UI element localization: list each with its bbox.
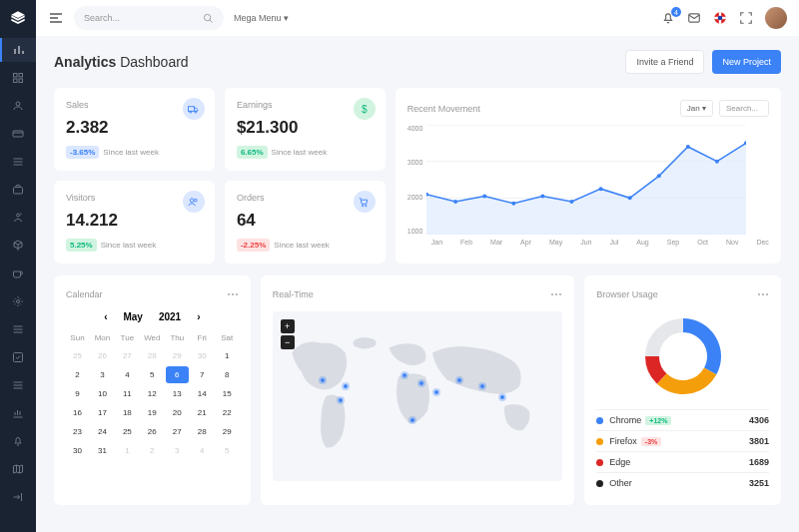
content: Analytics Dashboard Invite a Friend New … [36, 36, 799, 532]
svg-point-28 [453, 200, 457, 204]
sidebar-item-arrow[interactable] [0, 485, 36, 509]
cal-day[interactable]: 5 [141, 366, 164, 383]
cal-day[interactable]: 9 [66, 385, 89, 402]
cal-day-prev[interactable]: 30 [191, 347, 214, 364]
cal-day[interactable]: 31 [91, 442, 114, 459]
search-input[interactable]: Search... [74, 6, 224, 30]
stat-value: 14.212 [66, 211, 203, 231]
sidebar-item-analytics[interactable] [0, 38, 36, 62]
cal-day[interactable]: 22 [216, 404, 239, 421]
cal-day[interactable]: 24 [91, 423, 114, 440]
browser-row: Chrome+12%4306 [596, 409, 769, 430]
calendar-card: Calendar ⋯ ‹ May 2021 › SunMonTueWedThuF… [54, 275, 251, 505]
svg-rect-0 [14, 74, 18, 78]
cal-day[interactable]: 2 [66, 366, 89, 383]
cal-day[interactable]: 14 [191, 385, 214, 402]
invite-friend-button[interactable]: Invite a Friend [625, 50, 704, 74]
cal-day-next[interactable]: 1 [116, 442, 139, 459]
cal-day[interactable]: 25 [116, 423, 139, 440]
sidebar-item-list2[interactable] [0, 317, 36, 341]
cal-day[interactable]: 13 [166, 385, 189, 402]
cal-next-button[interactable]: › [197, 311, 200, 322]
cal-day[interactable]: 18 [116, 404, 139, 421]
cal-day-prev[interactable]: 26 [91, 347, 114, 364]
cal-day[interactable]: 12 [141, 385, 164, 402]
sidebar-item-briefcase[interactable] [0, 178, 36, 202]
cal-day-prev[interactable]: 27 [116, 347, 139, 364]
avatar[interactable] [765, 7, 787, 29]
chart-search-input[interactable]: Search... [719, 100, 769, 117]
cal-day[interactable]: 3 [91, 366, 114, 383]
more-icon[interactable]: ⋯ [757, 287, 769, 301]
menu-toggle-icon[interactable] [48, 10, 64, 26]
cal-day[interactable]: 26 [141, 423, 164, 440]
range-select[interactable]: Jan ▾ [680, 100, 713, 117]
cal-day[interactable]: 17 [91, 404, 114, 421]
svg-point-31 [541, 195, 545, 199]
sidebar-item-bell[interactable] [0, 429, 36, 453]
cal-day[interactable]: 8 [216, 366, 239, 383]
svg-rect-2 [14, 79, 18, 83]
cal-day-prev[interactable]: 28 [141, 347, 164, 364]
svg-point-20 [195, 199, 198, 202]
mega-menu-dropdown[interactable]: Mega Menu ▾ [234, 13, 289, 23]
sidebar-item-coffee[interactable] [0, 262, 36, 285]
svg-point-7 [17, 214, 20, 217]
messages-button[interactable] [687, 11, 701, 25]
notif-badge: 4 [671, 7, 681, 17]
sidebar-item-list3[interactable] [0, 373, 36, 397]
more-icon[interactable]: ⋯ [550, 287, 562, 301]
world-map[interactable]: + − [273, 311, 563, 481]
cal-day[interactable]: 1 [216, 347, 239, 364]
users-icon [183, 191, 205, 213]
chevron-down-icon: ▾ [284, 13, 289, 23]
sidebar-item-list[interactable] [0, 150, 36, 174]
stat-card-sales: Sales 2.382 -3.65%Since last week [54, 88, 215, 171]
cal-day[interactable]: 11 [116, 385, 139, 402]
cal-day[interactable]: 23 [66, 423, 89, 440]
cal-day-prev[interactable]: 25 [66, 347, 89, 364]
sidebar-item-settings[interactable] [0, 289, 36, 313]
cal-day[interactable]: 28 [191, 423, 214, 440]
cal-day-next[interactable]: 2 [141, 442, 164, 459]
cal-day[interactable]: 19 [141, 404, 164, 421]
fullscreen-button[interactable] [739, 11, 753, 25]
line-chart [426, 125, 746, 235]
cal-day[interactable]: 7 [191, 366, 214, 383]
sidebar-item-check[interactable] [0, 345, 36, 369]
cal-day[interactable]: 6 [166, 366, 189, 383]
cal-day-prev[interactable]: 29 [166, 347, 189, 364]
cal-day-next[interactable]: 5 [216, 442, 239, 459]
x-axis: JanFebMarAprMayJunJulAugSepOctNovDec [407, 239, 769, 246]
notifications-button[interactable]: 4 [661, 11, 675, 25]
browser-value: 3251 [749, 478, 769, 488]
flag-icon[interactable] [713, 11, 727, 25]
browser-row: Edge1689 [596, 451, 769, 472]
map-marker [417, 379, 425, 387]
sidebar-item-map[interactable] [0, 457, 36, 481]
sidebar-item-chart[interactable] [0, 401, 36, 425]
panel-title: Browser Usage [596, 289, 658, 299]
cal-day[interactable]: 10 [91, 385, 114, 402]
cal-day[interactable]: 30 [66, 442, 89, 459]
cal-day[interactable]: 20 [166, 404, 189, 421]
sidebar-item-dashboard[interactable] [0, 66, 36, 90]
cal-prev-button[interactable]: ‹ [104, 311, 107, 322]
cal-day[interactable]: 4 [116, 366, 139, 383]
cal-day[interactable]: 21 [191, 404, 214, 421]
sidebar-item-profile[interactable] [0, 206, 36, 230]
cal-day-next[interactable]: 3 [166, 442, 189, 459]
cal-day[interactable]: 29 [216, 423, 239, 440]
svg-point-22 [366, 205, 367, 206]
new-project-button[interactable]: New Project [712, 50, 781, 74]
movement-chart-card: Recent Movement Jan ▾ Search... 40003000… [396, 88, 781, 264]
cal-day[interactable]: 15 [216, 385, 239, 402]
cal-day[interactable]: 27 [166, 423, 189, 440]
more-icon[interactable]: ⋯ [227, 287, 239, 301]
sidebar-item-package[interactable] [0, 234, 36, 258]
sidebar-item-users[interactable] [0, 94, 36, 118]
cal-day[interactable]: 16 [66, 404, 89, 421]
cal-day-next[interactable]: 4 [191, 442, 214, 459]
svg-rect-1 [19, 74, 23, 78]
sidebar-item-cards[interactable] [0, 122, 36, 146]
